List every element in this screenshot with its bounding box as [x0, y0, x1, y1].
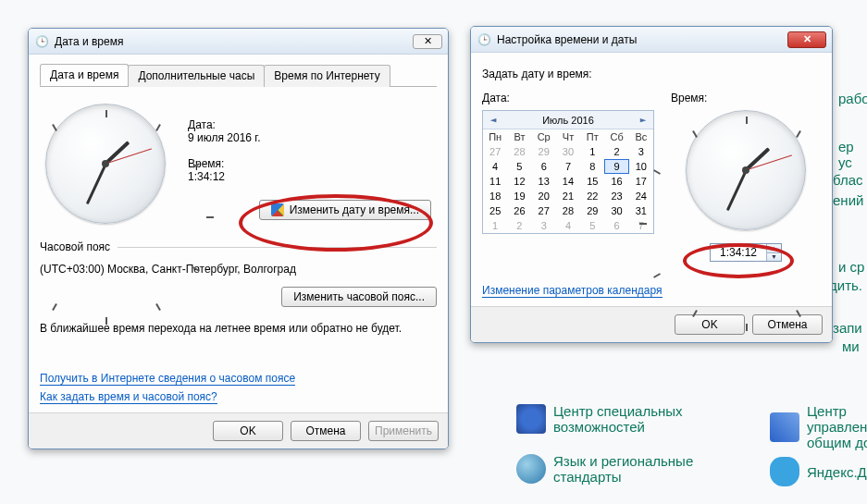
- bg-link-text[interactable]: Центр управлени и общим дост: [807, 403, 867, 450]
- cal-month-label: Июль 2016: [542, 115, 594, 126]
- change-date-time-button[interactable]: Изменить дату и время...: [259, 200, 431, 220]
- cal-dow-cell: Сб: [604, 129, 628, 144]
- cal-day-cell[interactable]: 27: [532, 203, 556, 218]
- tabstrip: Дата и время Дополнительные часы Время п…: [40, 64, 437, 87]
- tab-date-time[interactable]: Дата и время: [40, 64, 129, 86]
- cal-day-cell[interactable]: 28: [507, 144, 531, 159]
- bg-link-text[interactable]: Язык и региональные стандарты: [553, 453, 701, 485]
- cal-day-cell[interactable]: 2: [604, 144, 628, 159]
- change-timezone-button[interactable]: Изменить часовой пояс...: [281, 287, 437, 307]
- close-button[interactable]: ✕: [413, 34, 442, 49]
- cal-day-cell[interactable]: 14: [556, 174, 580, 189]
- timezone-heading: Часовой пояс: [40, 240, 110, 253]
- cal-day-cell[interactable]: 8: [580, 159, 604, 174]
- time-spinner[interactable]: ▲ ▼: [710, 243, 782, 262]
- cal-day-cell[interactable]: 22: [580, 189, 604, 203]
- cal-day-cell[interactable]: 24: [629, 189, 653, 203]
- cal-day-cell[interactable]: 17: [629, 174, 653, 189]
- date-time-window: 🕒 Дата и время ✕ Дата и время Дополнител…: [28, 28, 449, 449]
- cal-day-cell[interactable]: 7: [629, 218, 653, 233]
- cal-day-cell[interactable]: 23: [604, 189, 628, 203]
- time-label: Время:: [188, 157, 431, 170]
- management-icon: [770, 412, 799, 442]
- time-input[interactable]: [711, 244, 766, 261]
- spin-up-button[interactable]: ▲: [766, 244, 781, 253]
- cal-day-cell[interactable]: 4: [556, 218, 580, 233]
- apply-button: Применить: [368, 421, 439, 441]
- bg-link-text[interactable]: Яндекс.Диск: [807, 464, 867, 480]
- cal-prev-button[interactable]: ◄: [487, 114, 500, 126]
- bg-fragment: ер ус: [838, 139, 867, 170]
- cal-day-cell[interactable]: 25: [483, 203, 507, 218]
- tab-internet-time[interactable]: Время по Интернету: [264, 65, 390, 87]
- cal-day-cell[interactable]: 29: [532, 144, 556, 159]
- analog-clock: [686, 110, 806, 230]
- bg-fragment: ений: [833, 192, 863, 208]
- titlebar[interactable]: 🕒 Настройка времени и даты ✕: [471, 27, 832, 53]
- cal-day-cell[interactable]: 5: [507, 159, 531, 174]
- spin-down-button[interactable]: ▼: [766, 253, 781, 262]
- cancel-button[interactable]: Отмена: [752, 314, 823, 335]
- cal-day-cell[interactable]: 30: [556, 144, 580, 159]
- set-datetime-label: Задать дату и время:: [482, 68, 821, 80]
- window-title: Дата и время: [55, 35, 407, 48]
- cal-day-cell[interactable]: 6: [604, 218, 628, 233]
- cal-day-cell[interactable]: 29: [580, 203, 604, 218]
- cal-day-cell[interactable]: 15: [580, 174, 604, 189]
- cal-day-cell[interactable]: 21: [556, 189, 580, 203]
- howto-link[interactable]: Как задать время и часовой пояс?: [40, 390, 217, 404]
- cal-day-cell[interactable]: 12: [507, 174, 531, 189]
- bg-fragment: работ: [838, 91, 867, 106]
- cal-day-cell[interactable]: 18: [483, 189, 507, 203]
- cal-day-cell[interactable]: 11: [483, 174, 507, 189]
- cal-day-cell[interactable]: 7: [556, 159, 580, 174]
- calendar[interactable]: ◄ Июль 2016 ► ПнВтСрЧтПтСбВс 27282930123…: [482, 110, 654, 234]
- bg-fragment: запи: [833, 320, 862, 336]
- cal-day-cell[interactable]: 5: [580, 218, 604, 233]
- tab-additional-clocks[interactable]: Дополнительные часы: [128, 65, 265, 87]
- cal-day-cell[interactable]: 10: [629, 159, 653, 174]
- calendar-settings-link[interactable]: Изменение параметров календаря: [482, 284, 663, 298]
- dialog-buttons: OK Отмена Применить: [29, 412, 448, 449]
- time-label: Время:: [671, 92, 707, 104]
- globe-icon: [516, 454, 546, 484]
- close-button[interactable]: ✕: [787, 31, 826, 48]
- cal-next-button[interactable]: ►: [637, 114, 650, 126]
- bg-fragment: дить.: [829, 277, 862, 293]
- date-value: 9 июля 2016 г.: [188, 131, 431, 144]
- cal-day-cell[interactable]: 1: [483, 218, 507, 233]
- dialog-buttons: OK Отмена: [471, 306, 832, 342]
- bg-fragment: и ср: [838, 259, 864, 275]
- bg-link-text[interactable]: Центр специальных возможностей: [553, 403, 701, 435]
- cal-day-cell[interactable]: 30: [604, 203, 628, 218]
- cal-dow-cell: Чт: [556, 129, 580, 144]
- cal-day-cell[interactable]: 26: [507, 203, 531, 218]
- cal-day-cell[interactable]: 3: [629, 144, 653, 159]
- cal-day-cell[interactable]: 6: [532, 159, 556, 174]
- cal-day-cell[interactable]: 2: [507, 218, 531, 233]
- cal-day-cell[interactable]: 20: [532, 189, 556, 203]
- cal-day-cell[interactable]: 9: [604, 159, 628, 174]
- cal-day-cell[interactable]: 16: [604, 174, 628, 189]
- cal-day-cell[interactable]: 3: [532, 218, 556, 233]
- cal-day-cell[interactable]: 19: [507, 189, 531, 203]
- ok-button[interactable]: OK: [675, 314, 745, 335]
- cal-dow-cell: Вт: [507, 129, 531, 144]
- cal-day-cell[interactable]: 1: [580, 144, 604, 159]
- shield-icon: [271, 203, 284, 216]
- clock-icon: 🕒: [34, 34, 49, 49]
- cal-day-cell[interactable]: 31: [629, 203, 653, 218]
- cloud-icon: [770, 457, 799, 486]
- date-label: Дата:: [188, 118, 431, 131]
- tz-info-link[interactable]: Получить в Интернете сведения о часовом …: [40, 372, 295, 386]
- accessibility-icon: [516, 404, 546, 434]
- cal-day-cell[interactable]: 4: [483, 159, 507, 174]
- window-title: Настройка времени и даты: [497, 33, 782, 46]
- cal-day-cell[interactable]: 28: [556, 203, 580, 218]
- titlebar[interactable]: 🕒 Дата и время ✕: [29, 29, 448, 55]
- cal-day-cell[interactable]: 27: [483, 144, 507, 159]
- cal-day-cell[interactable]: 13: [532, 174, 556, 189]
- cancel-button[interactable]: Отмена: [291, 421, 361, 441]
- date-time-settings-window: 🕒 Настройка времени и даты ✕ Задать дату…: [470, 26, 833, 343]
- ok-button[interactable]: OK: [213, 421, 283, 441]
